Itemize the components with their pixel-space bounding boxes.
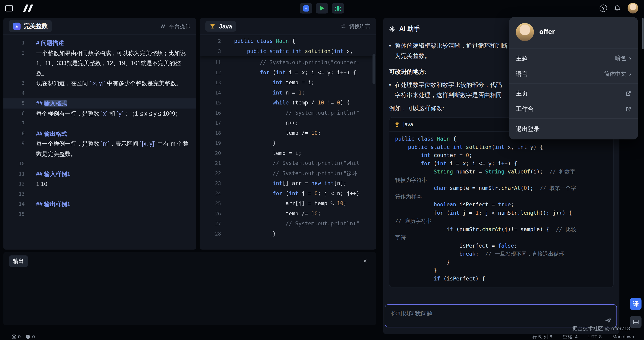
translate-button[interactable]: 译 bbox=[630, 298, 642, 310]
switch-language-button[interactable]: 切换语言 bbox=[340, 23, 370, 30]
problem-line[interactable]: 121 10 bbox=[3, 179, 196, 189]
ai-code-line: if (numStr.charAt(j)!= sample) { // 比较字符 bbox=[395, 225, 580, 242]
token: 1 bbox=[298, 89, 302, 96]
menu-item-logout[interactable]: 退出登录 bbox=[509, 120, 638, 138]
notifications-button[interactable] bbox=[614, 5, 621, 12]
cursor-position[interactable]: 行 5, 列 8 bbox=[532, 334, 552, 340]
insert-snippet-button[interactable]: + bbox=[300, 3, 312, 14]
menu-item-theme[interactable]: 主题 暗色 › bbox=[509, 51, 638, 66]
problem-title-chip[interactable]: 完美整数 bbox=[9, 20, 52, 32]
debug-button[interactable] bbox=[332, 3, 344, 14]
token bbox=[234, 89, 273, 96]
editor-line[interactable]: 25 arr[j] = temp % 10; bbox=[200, 199, 376, 209]
line-number: 6 bbox=[3, 108, 28, 119]
problem-line[interactable]: 13 bbox=[3, 189, 196, 199]
editor-sticky-line[interactable]: 3 public static int solution(int x, bbox=[200, 46, 376, 56]
problem-line[interactable]: 2一个整数如果由相同数字构成，可以称为完美整数；比如说1、11、333就是完美整… bbox=[3, 48, 196, 78]
problem-line[interactable]: 15 bbox=[3, 209, 196, 219]
token: ; j < numStr. bbox=[478, 210, 520, 216]
problem-line[interactable]: 1# 问题描述 bbox=[3, 38, 196, 48]
token: int bbox=[289, 190, 298, 196]
token bbox=[234, 180, 273, 187]
line-content bbox=[28, 189, 196, 199]
token: y) { bbox=[527, 144, 543, 150]
line-content: isPerfect = false; bbox=[395, 242, 517, 250]
editor-line[interactable]: 22 // System.out.println("循环 bbox=[200, 168, 376, 179]
statusbar-problems[interactable]: 0 0 bbox=[12, 334, 35, 339]
line-content: boolean isPerfect = true; bbox=[395, 201, 514, 209]
problem-line[interactable]: 7 bbox=[3, 118, 196, 128]
problem-line[interactable]: 8## 输出格式 bbox=[3, 128, 196, 139]
editor-line[interactable]: 15 while (temp / 10 != 0) { bbox=[200, 98, 376, 108]
token: 0 bbox=[337, 100, 340, 106]
java-trophy-icon bbox=[394, 122, 400, 127]
indent-setting[interactable]: 空格: 4 bbox=[563, 334, 578, 340]
token: int bbox=[324, 180, 334, 187]
menu-divider bbox=[509, 118, 638, 119]
token: String bbox=[434, 168, 453, 175]
line-content: public static int solution(int x, int y)… bbox=[395, 143, 543, 151]
help-button[interactable]: ? bbox=[600, 5, 607, 12]
editor-line[interactable]: 13 int temp = i; bbox=[200, 78, 376, 88]
token: != bbox=[324, 100, 337, 106]
menu-item-language[interactable]: 语言 简体中文 › bbox=[509, 66, 638, 82]
ai-code-line: String numStr = String.valueOf(i); // 将数… bbox=[395, 168, 580, 184]
line-content: 一个整数如果由相同数字构成，可以称为完美整数；比如说1、11、333就是完美整数… bbox=[28, 48, 196, 78]
problem-icon bbox=[13, 23, 20, 30]
editor-line[interactable]: 27 // System.out.println(" bbox=[200, 219, 376, 229]
editor-line[interactable]: 26 temp /= 10; bbox=[200, 209, 376, 219]
token: `m` bbox=[101, 140, 110, 147]
problem-line[interactable]: 10 bbox=[3, 159, 196, 169]
user-avatar-button[interactable] bbox=[628, 3, 638, 14]
editor-line[interactable]: 12 for (int i = x; i <= y; i++) { bbox=[200, 68, 376, 78]
app-logo[interactable] bbox=[20, 3, 36, 13]
language-mode[interactable]: Markdown bbox=[612, 334, 634, 339]
editor-line[interactable]: 17 n++; bbox=[200, 118, 376, 128]
problem-line[interactable]: 6每个样例有一行，是整数 `x` 和 `y`；（1 ≤ x ≤ y ≤ 10^9… bbox=[3, 108, 196, 119]
page-scrollbar[interactable] bbox=[642, 18, 644, 49]
send-button[interactable] bbox=[604, 316, 612, 324]
ai-code-line: } bbox=[395, 267, 580, 275]
editor-line[interactable]: 21 // System.out.println("whil bbox=[200, 158, 376, 168]
editor-line[interactable]: 20 temp = i; bbox=[200, 148, 376, 158]
sidebar-toggle-button[interactable] bbox=[5, 5, 13, 12]
editor-line[interactable]: 18 temp /= 10; bbox=[200, 128, 376, 138]
token: public bbox=[247, 48, 266, 54]
menu-item-home[interactable]: 主页 bbox=[509, 85, 638, 101]
token bbox=[395, 168, 434, 175]
close-output-button[interactable]: × bbox=[364, 257, 370, 265]
problem-line[interactable]: 4 bbox=[3, 88, 196, 98]
output-panel: 输出 × bbox=[3, 252, 376, 325]
menu-item-value: 暗色 › bbox=[615, 55, 631, 62]
editor-line[interactable]: 24 for (int j = 0; j < n; j++) bbox=[200, 189, 376, 199]
editor-panel: Java 切换语言 2public class Main {3 public s… bbox=[200, 18, 376, 250]
editor-line[interactable]: 11 // System.out.println("counter= bbox=[200, 58, 376, 68]
editor-scrollbar[interactable] bbox=[372, 54, 375, 84]
problem-line[interactable]: 3现在想知道，在区间 `[x, y]` 中有多少个整数是完美整数。 bbox=[3, 78, 196, 88]
token bbox=[302, 48, 305, 54]
dock-panel-button[interactable] bbox=[630, 316, 642, 328]
run-button[interactable] bbox=[316, 3, 328, 14]
token: for bbox=[434, 210, 444, 216]
editor-sticky-line[interactable]: 2public class Main { bbox=[200, 36, 376, 46]
line-number: 22 bbox=[200, 168, 224, 179]
editor-line[interactable]: 19 } bbox=[200, 138, 376, 148]
token: ; bbox=[475, 251, 485, 257]
token: new bbox=[311, 180, 321, 187]
ai-code-line: break; // 一旦发现不同，直接退出循环 bbox=[395, 250, 580, 258]
menu-item-workspace[interactable]: 工作台 bbox=[509, 101, 638, 117]
problem-line[interactable]: 5## 输入格式 bbox=[3, 98, 196, 108]
encoding-setting[interactable]: UTF-8 bbox=[588, 334, 602, 339]
line-number: 16 bbox=[200, 108, 224, 118]
editor-line[interactable]: 16 // System.out.println(" bbox=[200, 108, 376, 118]
editor-line[interactable]: 28 } bbox=[200, 229, 376, 239]
ai-chat-input[interactable]: 你可以问我问题 bbox=[385, 304, 617, 327]
editor-line[interactable]: 23 int[] arr = new int[n]; bbox=[200, 179, 376, 189]
problem-line[interactable]: 14## 输出样例1 bbox=[3, 199, 196, 209]
line-content: public class Main { bbox=[224, 36, 376, 46]
problem-line[interactable]: 11## 输入样例1 bbox=[3, 169, 196, 179]
token: 0 bbox=[314, 190, 318, 196]
editor-line[interactable]: 14 int n = 1; bbox=[200, 88, 376, 98]
token: int bbox=[273, 89, 282, 96]
problem-line[interactable]: 9每一个样例一行，是整数 `m`，表示区间 `[x, y]` 中有 m 个整数是… bbox=[3, 138, 196, 159]
